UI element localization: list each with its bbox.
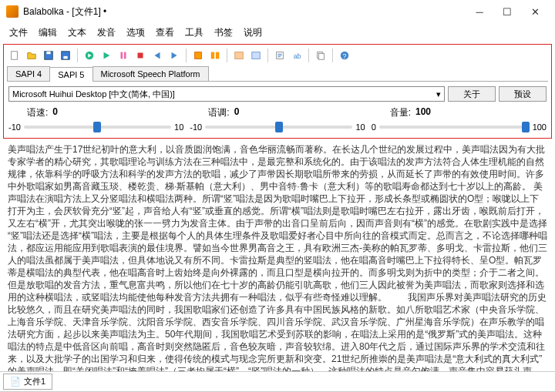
tab-sapi5[interactable]: SAPI 5 — [49, 67, 92, 82]
open-icon[interactable] — [24, 48, 39, 63]
svg-rect-10 — [211, 52, 214, 59]
window-title: Balabolka - [文件1] • — [23, 5, 466, 18]
toolbar-panel: ab ? SAPI 4 SAPI 5 Microsoft Speech Plat… — [3, 44, 552, 139]
rate-value: 0 — [52, 106, 58, 119]
saveas-icon[interactable] — [58, 48, 73, 63]
voice-selected: Microsoft Huihui Desktop [中文(简体, 中国)] — [12, 89, 175, 100]
svg-rect-12 — [235, 52, 244, 59]
export-audio-icon[interactable] — [190, 48, 206, 63]
engine-tabs: SAPI 4 SAPI 5 Microsoft Speech Platform — [7, 66, 548, 82]
svg-rect-13 — [252, 52, 261, 59]
rate-label: 语速: — [27, 106, 48, 119]
format-icon[interactable] — [272, 48, 288, 63]
menu-bookmarks[interactable]: 书签 — [210, 25, 237, 41]
volume-value: 100 — [415, 106, 431, 119]
pitch-value: 0 — [234, 106, 240, 119]
prev-icon[interactable] — [150, 48, 165, 63]
pitch-max: 10 — [355, 122, 365, 132]
tab-sapi4[interactable]: SAPI 4 — [7, 66, 50, 81]
new-icon[interactable] — [7, 48, 22, 63]
rate-max: 10 — [174, 122, 183, 132]
rate-group: 语速:0 -1010 — [8, 106, 183, 132]
pitch-group: 语调:0 -1010 — [190, 106, 365, 132]
spell-icon[interactable]: ab — [289, 48, 304, 63]
panel1-icon[interactable] — [231, 48, 247, 63]
chevron-down-icon: ▾ — [436, 89, 441, 99]
titlebar: Balabolka - [文件1] • ─ ☐ ✕ — [0, 0, 555, 23]
svg-rect-8 — [138, 53, 143, 59]
rate-slider[interactable] — [24, 126, 171, 129]
svg-text:?: ? — [342, 52, 346, 60]
filetab-label: 文件1 — [24, 376, 45, 387]
menu-view[interactable]: 查看 — [151, 25, 179, 41]
copy-icon[interactable] — [313, 48, 328, 63]
close-button[interactable]: ✕ — [521, 1, 549, 22]
sliders: 语速:0 -1010 语调:0 -1010 音量:100 0100 — [5, 103, 550, 133]
volume-min: 0 — [372, 122, 376, 132]
maximize-button[interactable]: ☐ — [493, 1, 521, 22]
file-tabs: 📄 文件1 — [0, 371, 555, 391]
menu-speech[interactable]: 发音 — [92, 25, 120, 41]
menu-file[interactable]: 文件 — [5, 25, 32, 41]
speak-icon[interactable] — [82, 48, 97, 63]
volume-slider[interactable] — [379, 126, 530, 129]
menu-help[interactable]: 说明 — [239, 25, 267, 41]
svg-rect-6 — [121, 52, 123, 59]
next-icon[interactable] — [166, 48, 182, 63]
panel2-icon[interactable] — [248, 48, 264, 63]
text-content[interactable]: 美声唱法产生于17世纪初叶的意大利，以音质圆润饱满，音色华丽流畅而著称。在长达几… — [0, 140, 555, 371]
menu-edit[interactable]: 编辑 — [34, 25, 62, 41]
filetab-1[interactable]: 📄 文件1 — [3, 374, 52, 390]
pitch-label: 语调: — [208, 106, 229, 119]
preset-button[interactable]: 预设 — [499, 86, 547, 102]
menubar: 文件 编辑 文本 发音 选项 查看 工具 书签 说明 — [0, 23, 555, 42]
about-button[interactable]: 关于 — [448, 86, 496, 102]
app-icon — [6, 5, 18, 18]
volume-group: 音量:100 0100 — [372, 106, 547, 132]
svg-text:ab: ab — [294, 52, 301, 60]
volume-label: 音量: — [390, 106, 411, 119]
svg-rect-0 — [12, 52, 18, 60]
menu-text[interactable]: 文本 — [63, 25, 91, 41]
svg-rect-7 — [124, 52, 126, 59]
help-icon[interactable]: ? — [337, 48, 352, 63]
menu-tools[interactable]: 工具 — [180, 25, 208, 41]
volume-max: 100 — [533, 122, 547, 132]
pitch-min: -10 — [190, 122, 202, 132]
svg-rect-11 — [216, 52, 219, 59]
pause-icon[interactable] — [116, 48, 131, 63]
svg-rect-17 — [318, 53, 324, 59]
play-icon[interactable] — [99, 48, 114, 63]
toolbar: ab ? — [5, 46, 550, 65]
voice-select[interactable]: Microsoft Huihui Desktop [中文(简体, 中国)] ▾ — [8, 86, 445, 102]
svg-rect-4 — [63, 56, 67, 59]
rate-min: -10 — [8, 122, 21, 132]
save-icon[interactable] — [41, 48, 56, 63]
minimize-button[interactable]: ─ — [466, 1, 493, 22]
svg-rect-9 — [195, 52, 202, 59]
stop-icon[interactable] — [133, 48, 148, 63]
svg-rect-2 — [46, 52, 50, 55]
file-icon: 📄 — [10, 377, 21, 387]
pitch-slider[interactable] — [205, 126, 352, 129]
menu-options[interactable]: 选项 — [122, 25, 150, 41]
export-split-icon[interactable] — [207, 48, 223, 63]
tab-msspeech[interactable]: Microsoft Speech Platform — [92, 66, 209, 81]
voice-row: Microsoft Huihui Desktop [中文(简体, 中国)] ▾ … — [5, 85, 550, 103]
